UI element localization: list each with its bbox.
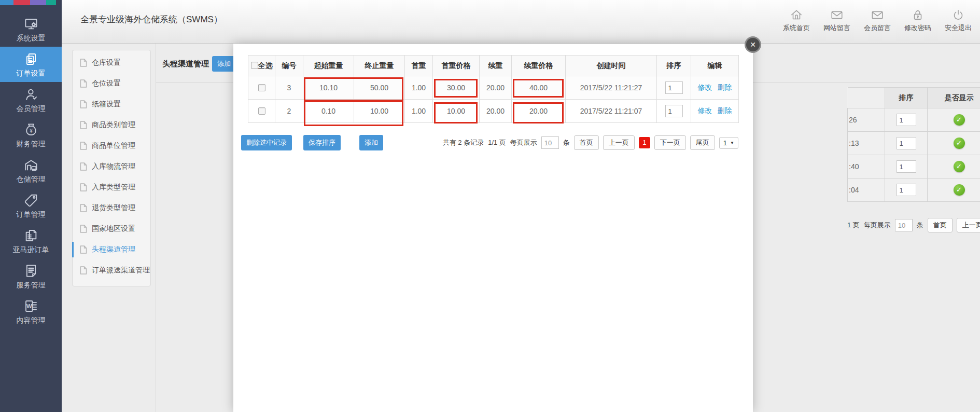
modify-link[interactable]: 修改 xyxy=(698,83,712,91)
row-checkbox[interactable] xyxy=(258,107,265,115)
save-sort-button[interactable]: 保存排序 xyxy=(303,135,341,150)
modify-link[interactable]: 修改 xyxy=(698,106,712,115)
modal-pagination: 共有 2 条记录 1/1 页 每页展示 条 首页 上一页 1 下一页 尾页 1▼ xyxy=(443,135,738,150)
topbar-item-label: 网站留言 xyxy=(823,23,850,33)
word-document-icon: W xyxy=(23,297,39,315)
sidebar-item-label: 会员管理 xyxy=(17,104,46,114)
submenu-item-order-dispatch-channel[interactable]: 订单派送渠道管理 xyxy=(73,260,150,281)
svg-text:W: W xyxy=(26,303,32,309)
add-button[interactable]: 添加 xyxy=(359,135,383,150)
page-icon xyxy=(80,142,87,150)
page-icon xyxy=(80,79,87,88)
submenu-item-warehouse-setup[interactable]: 仓库设置 xyxy=(73,52,150,73)
lock-icon xyxy=(911,8,925,22)
cont-weight-header: 续重 xyxy=(480,56,512,76)
sort-input[interactable] xyxy=(897,137,916,149)
topbar-item-site-messages[interactable]: 网站留言 xyxy=(823,8,850,33)
per-page-input[interactable] xyxy=(541,136,559,149)
first-page-button[interactable]: 首页 xyxy=(574,135,599,150)
topbar-item-home[interactable]: 系统首页 xyxy=(783,8,810,33)
delete-link[interactable]: 删除 xyxy=(718,83,732,91)
sort-input[interactable] xyxy=(665,81,683,94)
delete-selected-button[interactable]: 删除选中记录 xyxy=(241,135,292,150)
select-all-checkbox[interactable] xyxy=(251,62,258,69)
documents-icon xyxy=(23,227,39,244)
sidebar-item-member-mgmt[interactable]: 会员管理 xyxy=(0,82,62,117)
first-page-button[interactable]: 首页 xyxy=(928,218,953,232)
submenu-item-return-type[interactable]: 退货类型管理 xyxy=(73,198,150,218)
delete-link[interactable]: 删除 xyxy=(718,106,732,115)
add-button[interactable]: 添加 xyxy=(212,56,236,72)
visible-check-icon[interactable]: ✓ xyxy=(954,138,965,149)
close-icon[interactable]: ✕ xyxy=(745,36,761,53)
table-row: 3 10.10 50.00 1.00 30.00 20.00 40.00 201… xyxy=(248,76,739,100)
mail-icon xyxy=(871,8,884,22)
submenu-item-slot-setup[interactable]: 仓位设置 xyxy=(73,73,150,94)
sort-input[interactable] xyxy=(897,184,916,196)
end-weight-header: 终止重量 xyxy=(354,56,405,76)
settings-submenu: 仓库设置 仓位设置 纸箱设置 商品类别管理 商品单位管理 入库物流管理 入库类型… xyxy=(72,50,151,286)
document-lines-icon xyxy=(23,262,39,280)
page-count-tail: 1 页 xyxy=(847,221,860,230)
table-row: :04 ✓ 修改删除 xyxy=(848,178,980,202)
submenu-item-label: 订单派送渠道管理 xyxy=(92,266,150,275)
power-icon xyxy=(951,8,965,22)
sidebar-item-content-mgmt[interactable]: W 内容管理 xyxy=(0,294,62,329)
app-title: 全景专业级海外仓储系统（SWMS） xyxy=(80,13,222,25)
visible-check-icon[interactable]: ✓ xyxy=(954,114,965,126)
topbar-item-member-messages[interactable]: 会员留言 xyxy=(864,8,891,33)
prev-page-button[interactable]: 上一页 xyxy=(957,218,980,232)
next-page-button[interactable]: 下一页 xyxy=(654,135,686,150)
row-checkbox[interactable] xyxy=(258,84,265,91)
sidebar-item-finance-mgmt[interactable]: ¥ 财务管理 xyxy=(0,117,62,153)
page-info: 1/1 页 xyxy=(488,138,506,147)
submenu-item-label: 退货类型管理 xyxy=(92,203,135,213)
topbar-item-label: 系统首页 xyxy=(783,23,810,33)
last-page-button[interactable]: 尾页 xyxy=(690,135,715,150)
sidebar-item-order-settings[interactable]: 订单设置 xyxy=(0,47,62,82)
svg-text:¥: ¥ xyxy=(29,128,33,134)
submenu-item-inbound-type[interactable]: 入库类型管理 xyxy=(73,177,150,198)
sort-input[interactable] xyxy=(665,105,683,117)
sidebar-item-warehouse-mgmt[interactable]: 仓储管理 xyxy=(0,153,62,188)
page-icon xyxy=(80,266,87,274)
current-page-badge[interactable]: 1 xyxy=(639,137,650,148)
page-select[interactable]: 1▼ xyxy=(719,137,738,149)
sidebar-item-amazon-orders[interactable]: 亚马逊订单 xyxy=(0,223,62,258)
submenu-item-country-region[interactable]: 国家地区设置 xyxy=(73,218,150,239)
sidebar-item-label: 财务管理 xyxy=(17,140,46,149)
sidebar-item-label: 订单设置 xyxy=(17,69,46,78)
per-page-label: 每页展示 xyxy=(864,221,891,230)
prev-page-button[interactable]: 上一页 xyxy=(603,135,635,150)
sort-input[interactable] xyxy=(897,160,916,173)
cont-price-header: 续重价格 xyxy=(512,56,566,76)
submenu-item-first-leg-channel[interactable]: 头程渠道管理 xyxy=(73,239,150,260)
table-row: 2 0.10 10.00 1.00 10.00 20.00 20.00 2017… xyxy=(248,100,739,123)
sort-header: 排序 xyxy=(885,88,928,108)
submenu-item-inbound-logistics[interactable]: 入库物流管理 xyxy=(73,156,150,177)
topbar-item-label: 会员留言 xyxy=(864,23,891,33)
submenu-item-product-category[interactable]: 商品类别管理 xyxy=(73,115,150,135)
submenu-item-carton-setup[interactable]: 纸箱设置 xyxy=(73,94,150,115)
submenu-item-label: 国家地区设置 xyxy=(92,224,135,234)
home-icon xyxy=(790,8,803,22)
submenu-item-label: 入库物流管理 xyxy=(92,162,135,171)
topbar-item-logout[interactable]: 安全退出 xyxy=(945,8,972,33)
sidebar-item-system-settings[interactable]: 系统设置 xyxy=(0,11,62,47)
mail-icon xyxy=(830,8,844,22)
page-icon xyxy=(80,245,87,254)
sidebar-item-order-mgmt[interactable]: 订单管理 xyxy=(0,188,62,223)
per-page-input[interactable] xyxy=(895,219,913,231)
sort-input[interactable] xyxy=(897,114,916,126)
first-price-header: 首重价格 xyxy=(433,56,480,76)
topbar-item-change-password[interactable]: 修改密码 xyxy=(904,8,931,33)
monitor-gear-icon xyxy=(23,15,39,33)
sidebar-item-label: 系统设置 xyxy=(17,34,46,43)
visible-check-icon[interactable]: ✓ xyxy=(954,184,965,196)
sidebar-item-service-mgmt[interactable]: 服务管理 xyxy=(0,258,62,294)
page-icon xyxy=(80,183,87,191)
order-settings-icon xyxy=(23,50,39,68)
submenu-item-product-unit[interactable]: 商品单位管理 xyxy=(73,135,150,156)
visible-check-icon[interactable]: ✓ xyxy=(954,161,965,172)
submenu-item-label: 仓库设置 xyxy=(92,58,121,67)
